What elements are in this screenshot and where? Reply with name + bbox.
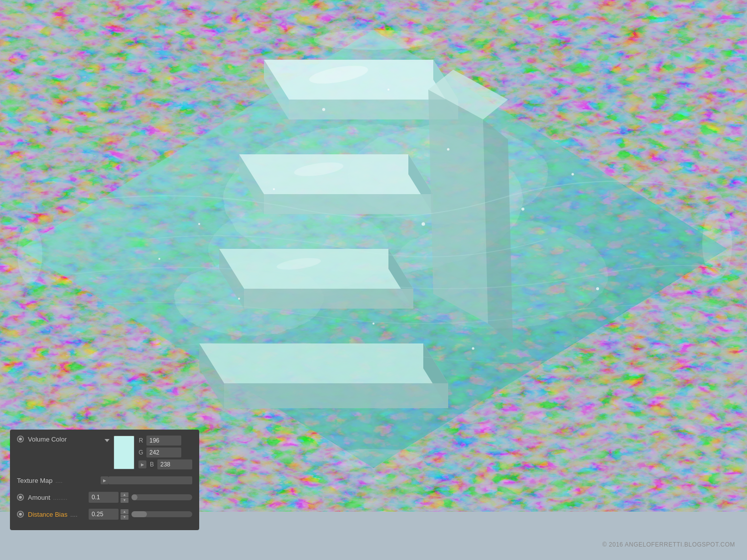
svg-point-34 <box>322 108 325 111</box>
amount-slider-fill <box>131 494 137 500</box>
r-input[interactable]: 196 <box>146 436 181 446</box>
svg-marker-15 <box>264 194 433 214</box>
svg-point-41 <box>158 258 160 260</box>
b-label: B <box>149 461 154 468</box>
volume-color-label: Volume Color <box>28 436 103 443</box>
svg-point-36 <box>447 148 450 151</box>
r-row: R 196 <box>138 436 192 446</box>
texture-map-play[interactable] <box>101 476 109 484</box>
svg-marker-19 <box>244 289 413 309</box>
distance-bias-slider[interactable] <box>131 511 192 517</box>
svg-point-42 <box>596 287 599 290</box>
r-label: R <box>138 437 143 444</box>
distance-bias-stepper[interactable]: ▲ ▼ <box>121 509 128 520</box>
b-input[interactable]: 238 <box>157 459 192 469</box>
color-swatch[interactable] <box>114 436 134 469</box>
color-rgb-section <box>114 436 134 469</box>
amount-radio[interactable] <box>17 494 24 501</box>
texture-map-label: Texture Map .... <box>17 477 101 484</box>
bottom-platform <box>199 343 448 408</box>
svg-point-30 <box>314 30 433 50</box>
svg-point-46 <box>472 347 475 350</box>
distance-bias-label: Distance Bias .... <box>28 511 89 518</box>
volume-color-radio[interactable] <box>17 436 24 443</box>
g-input[interactable]: 242 <box>146 448 181 457</box>
b-play-button[interactable] <box>138 460 146 468</box>
svg-point-39 <box>198 223 200 225</box>
svg-point-43 <box>238 298 240 300</box>
lower-mid-platform <box>219 249 413 309</box>
distance-bias-radio[interactable] <box>17 511 24 518</box>
distance-bias-row: Distance Bias .... 0.25 ▲ ▼ <box>17 507 192 521</box>
distance-bias-value-field: 0.25 ▲ ▼ <box>89 509 128 520</box>
amount-label: Amount ........ <box>28 494 89 501</box>
amount-step-up[interactable]: ▲ <box>121 492 128 497</box>
amount-input[interactable]: 0.1 <box>89 492 119 503</box>
svg-point-33 <box>324 449 423 467</box>
svg-marker-20 <box>199 343 448 383</box>
volume-color-row: Volume Color R 196 G 242 B <box>17 436 192 469</box>
g-label: G <box>138 449 143 456</box>
svg-point-37 <box>273 188 275 190</box>
svg-point-32 <box>17 224 42 284</box>
amount-row: Amount ........ 0.1 ▲ ▼ <box>17 490 192 504</box>
svg-point-38 <box>521 208 524 211</box>
g-row: G 242 <box>138 448 192 457</box>
b-row: B 238 <box>138 459 192 469</box>
distance-bias-input[interactable]: 0.25 <box>89 509 119 520</box>
amount-slider[interactable] <box>131 494 192 500</box>
texture-map-bar <box>109 476 192 484</box>
svg-point-31 <box>702 209 732 279</box>
svg-point-45 <box>373 323 374 325</box>
volume-color-dropdown[interactable] <box>105 439 110 442</box>
distance-bias-slider-fill <box>131 511 147 517</box>
amount-step-down[interactable]: ▼ <box>121 498 128 503</box>
texture-map-row: Texture Map .... <box>17 473 192 487</box>
amount-stepper[interactable]: ▲ ▼ <box>121 492 128 503</box>
svg-point-35 <box>387 89 389 91</box>
distance-bias-step-up[interactable]: ▲ <box>121 509 128 514</box>
svg-point-40 <box>572 173 574 176</box>
amount-value-field: 0.1 ▲ ▼ <box>89 492 128 503</box>
properties-panel: Volume Color R 196 G 242 B <box>10 430 199 530</box>
copyright-text: © 2016 ANGELOFERRETTI.BLOGSPOT.COM <box>602 541 735 548</box>
svg-marker-12 <box>239 154 433 194</box>
distance-bias-step-down[interactable]: ▼ <box>121 515 128 520</box>
rgb-block: R 196 G 242 B 238 <box>138 436 192 469</box>
svg-marker-16 <box>219 249 413 289</box>
svg-point-44 <box>422 223 425 226</box>
svg-marker-23 <box>224 383 448 408</box>
